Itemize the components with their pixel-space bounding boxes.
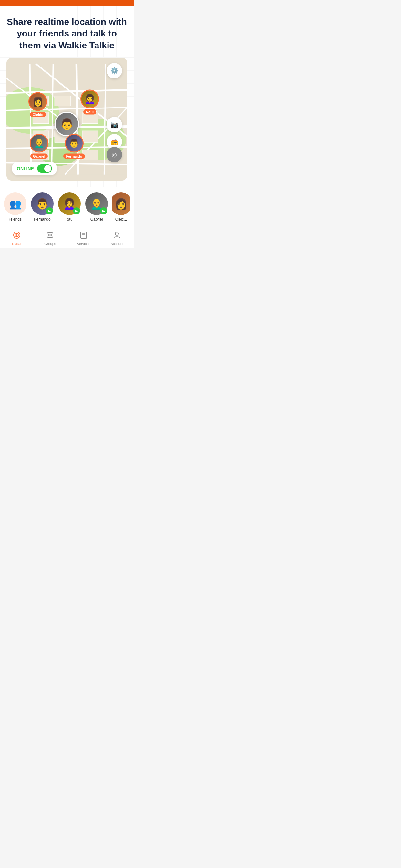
friend-item-gabriel[interactable]: 👨‍🦲 ▶ Gabriel <box>85 192 108 221</box>
location-badge-fernando: ▶ <box>46 207 53 214</box>
status-bar <box>0 0 134 6</box>
camera-icon: 📷 <box>111 121 119 128</box>
friend-name-fernando: Fernando <box>34 217 50 221</box>
svg-point-32 <box>50 235 51 236</box>
hero-title: Share realtime location with your friend… <box>6 16 127 51</box>
camera-button[interactable]: 📷 <box>106 117 122 132</box>
friends-scroll: 👥 Friends 👨 ▶ Fernando 👩‍🦱 ▶ Raul 👨‍🦲 <box>4 192 130 223</box>
bottom-nav: Radar Groups Services <box>0 227 134 248</box>
svg-rect-17 <box>55 96 71 106</box>
location-icon: ◎ <box>112 151 117 158</box>
online-toggle[interactable]: ONLINE <box>11 162 57 175</box>
friend-item-fernando[interactable]: 👨 ▶ Fernando <box>31 192 54 221</box>
nav-label-radar: Radar <box>12 242 22 246</box>
nav-item-account[interactable]: Account <box>100 229 134 247</box>
friend-avatar-group: 👥 <box>4 192 27 215</box>
nav-item-groups[interactable]: Groups <box>34 229 67 247</box>
online-label: ONLINE <box>17 166 34 171</box>
walkie-icon: 📻 <box>111 138 118 145</box>
friend-item-raul[interactable]: 👩‍🦱 ▶ Raul <box>58 192 81 221</box>
map-pin-center[interactable]: 👨 <box>55 112 79 136</box>
hero-section: Share realtime location with your friend… <box>0 6 134 187</box>
nav-label-account: Account <box>111 242 123 246</box>
toggle-knob <box>44 165 51 172</box>
svg-point-29 <box>16 235 18 236</box>
location-button[interactable]: ◎ <box>106 147 122 162</box>
svg-point-31 <box>48 235 50 236</box>
map-pin-cleide[interactable]: 👩 Cleide <box>28 92 47 117</box>
map-pin-fernando[interactable]: 👨 Fernando <box>63 134 85 159</box>
radar-icon <box>12 231 21 241</box>
svg-point-38 <box>115 232 119 236</box>
services-icon <box>80 231 88 241</box>
location-badge-gabriel: ▶ <box>100 207 107 214</box>
friends-section: 👥 Friends 👨 ▶ Fernando 👩‍🦱 ▶ Raul 👨‍🦲 <box>0 187 134 227</box>
friend-name-cleide: Cleic... <box>115 217 127 221</box>
nav-label-services: Services <box>77 242 90 246</box>
nav-item-services[interactable]: Services <box>67 229 100 247</box>
toggle-switch[interactable] <box>37 164 52 173</box>
friend-item-cleide[interactable]: 👩 Cleic... <box>112 192 130 221</box>
location-badge-raul: ▶ <box>73 207 80 214</box>
friend-avatar-cleide: 👩 <box>112 192 130 215</box>
nav-label-groups: Groups <box>44 242 56 246</box>
map-pin-gabriel[interactable]: 👨‍🦲 Gabriel <box>30 134 49 159</box>
settings-button[interactable]: ⚙️ <box>106 63 122 79</box>
nav-item-radar[interactable]: Radar <box>0 229 34 247</box>
map-container[interactable]: ⚙️ 📷 📻 ◎ 👩 Cleide 👩‍🦱 Raul 👨 <box>6 58 127 181</box>
friend-name-group: Friends <box>9 217 22 221</box>
gear-icon: ⚙️ <box>111 67 119 74</box>
account-icon <box>113 231 121 241</box>
pin-label-fernando: Fernando <box>63 153 85 159</box>
pin-label-raul: Raul <box>83 109 96 114</box>
friend-name-gabriel: Gabriel <box>90 217 103 221</box>
pin-label-cleide: Cleide <box>30 112 46 117</box>
svg-point-33 <box>51 235 52 236</box>
svg-rect-34 <box>81 232 87 238</box>
friend-item-group[interactable]: 👥 Friends <box>4 192 27 221</box>
pin-label-gabriel: Gabriel <box>30 153 48 159</box>
friend-name-raul: Raul <box>66 217 73 221</box>
groups-icon <box>46 231 54 241</box>
map-pin-raul[interactable]: 👩‍🦱 Raul <box>81 89 99 114</box>
